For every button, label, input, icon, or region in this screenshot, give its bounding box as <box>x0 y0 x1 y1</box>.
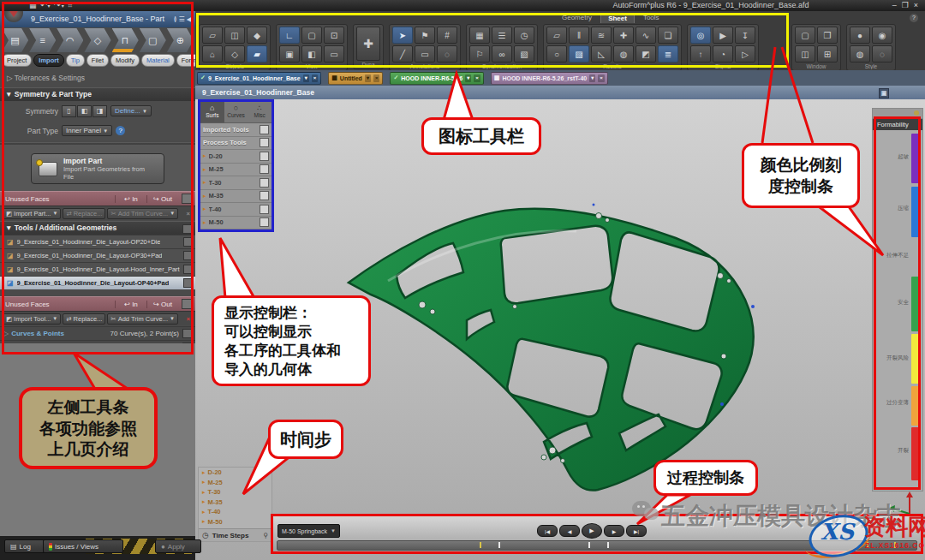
display-item-checkbox[interactable] <box>260 138 269 147</box>
display-item-checkbox[interactable] <box>260 164 269 174</box>
thickness-icon[interactable]: ‖ <box>569 27 589 44</box>
movie-icon[interactable]: ▭ <box>324 45 344 63</box>
play-analysis-icon[interactable]: ▶ <box>713 27 733 44</box>
sync-camera-icon[interactable]: ▦ <box>469 27 490 44</box>
row-menu-icon[interactable] <box>183 251 193 260</box>
redo-caret-icon[interactable]: ▾ <box>62 3 65 9</box>
define-button[interactable]: Define... ▼ <box>110 105 152 116</box>
section-tools[interactable]: ▼ Tools / Additional Geometries <box>0 221 195 235</box>
faces-in-button[interactable]: ↩ In <box>115 195 146 203</box>
tool-list-item-selected[interactable]: ◪9_Exercise_01_Hoodinner_Die_Layout-OP40… <box>0 276 195 289</box>
pill-material[interactable]: Material <box>141 54 175 67</box>
wave-icon[interactable]: ∿ <box>636 27 656 44</box>
section-result-icon[interactable]: ✚ <box>613 27 634 44</box>
zoom-fit-icon[interactable]: ⊡ <box>324 27 344 44</box>
row-menu-icon[interactable] <box>183 265 193 274</box>
pill-formchk[interactable]: Formchk <box>176 54 195 67</box>
pill-modify[interactable]: Modify <box>110 54 140 67</box>
window-cascade-icon[interactable]: ❐ <box>817 27 838 44</box>
faces-checkbox[interactable] <box>182 299 192 309</box>
display-item-checkbox[interactable] <box>260 191 269 200</box>
value-tag-icon[interactable]: # <box>437 27 457 44</box>
workflow-surface-step[interactable]: ◇ <box>84 28 110 52</box>
replace-button[interactable]: ⇄Replace... <box>63 313 105 325</box>
document-tab-orange[interactable]: ▦Untitled▾× <box>328 72 383 85</box>
coordinate-system-icon[interactable]: ∟ <box>279 27 300 44</box>
time-step-item[interactable]: ▸T-40 <box>199 507 272 517</box>
curves-points-row[interactable]: ▷Curves & Points 70 Curve(s), 2 Point(s) <box>0 326 195 340</box>
workflow-plan-step[interactable]: ≡ <box>29 28 56 52</box>
measure-icon[interactable]: ╱ <box>392 45 413 63</box>
binder-icon[interactable]: ◫ <box>224 27 245 44</box>
document-tab-blue[interactable]: ✓9_Exercise_01_Hoodinner_Base▾× <box>197 72 321 85</box>
faces-checkbox[interactable] <box>182 194 192 204</box>
spotlight-icon[interactable]: ⚑ <box>415 27 435 44</box>
step-back-button[interactable]: ◀ <box>559 525 580 537</box>
pick-arrow-icon[interactable]: ➤ <box>392 27 413 44</box>
document-tab-green[interactable]: ✓HOOD INNER-R6-5.26▾× <box>390 72 483 85</box>
display-item-imported-tools[interactable]: Imported Tools <box>200 123 272 137</box>
window-split-icon[interactable]: ◫ <box>795 45 815 63</box>
surface-icon[interactable]: ◇ <box>224 45 245 63</box>
min-max-icon[interactable]: ↧ <box>735 27 755 44</box>
display-item-process-tools[interactable]: Process Tools <box>200 137 272 151</box>
display-item-m-25[interactable]: ▸M-25 <box>200 164 272 177</box>
display-item-t-30[interactable]: ▸T-30 <box>200 176 272 190</box>
compare-icon[interactable]: ▷ <box>735 45 755 63</box>
time-step-item[interactable]: ▸T-30 <box>199 487 272 497</box>
workflow-fillet-step[interactable]: ◠ <box>57 28 83 52</box>
formability-grip[interactable] <box>873 109 922 119</box>
display-item-checkbox[interactable] <box>260 152 269 161</box>
display-tab-surfs[interactable]: ⌂Surfs <box>200 102 224 122</box>
time-step-item[interactable]: ▸M-35 <box>199 497 272 508</box>
tab-caret-icon[interactable]: ▾ <box>365 74 371 82</box>
symmetry-half-left-button[interactable]: ◧ <box>77 105 92 117</box>
tool-list-item[interactable]: ◪9_Exercise_01_Hoodinner_Die_Layout-OP30… <box>0 248 195 262</box>
sync-flag-icon[interactable]: ⚐ <box>469 45 490 63</box>
display-tab-curves[interactable]: ○Curves <box>224 102 248 122</box>
springback-map-icon[interactable]: ◩ <box>636 45 656 63</box>
row-menu-icon[interactable] <box>183 237 193 247</box>
ribbon-tab-tools[interactable]: Tools <box>636 13 666 23</box>
tool-list-item[interactable]: ◪9_Exercise_01_Hoodinner_Die_Layout-OP20… <box>0 235 195 248</box>
workflow-part-step[interactable]: ▤ <box>2 28 28 52</box>
display-item-m-35[interactable]: ▸M-35 <box>200 190 272 204</box>
time-clock-icon[interactable]: ◔ <box>713 45 733 63</box>
apply-button[interactable]: ●Apply <box>155 539 201 553</box>
display-item-t-40[interactable]: ▸T-40 <box>200 203 272 217</box>
list-icon[interactable]: ☰ <box>178 15 184 23</box>
save-icon[interactable]: ▦ <box>29 1 38 9</box>
view-cube-icon[interactable]: ▣ <box>279 45 300 63</box>
capture-icon[interactable]: ⌗ <box>68 1 73 9</box>
add-trim-curve-button[interactable]: ✂Add Trim Curve...▼ <box>107 208 178 219</box>
undo-caret-icon[interactable]: ▾ <box>48 3 51 9</box>
style-outline-icon[interactable]: ◌ <box>872 45 892 63</box>
play-button[interactable]: ▶ <box>582 523 602 539</box>
display-item-m-50[interactable]: ▸M-50 <box>200 217 272 230</box>
viewport-menu-icon[interactable]: ▣ <box>879 88 889 98</box>
tab-close-icon[interactable]: × <box>598 74 605 82</box>
help-icon[interactable]: ? <box>910 14 918 22</box>
flc-diagram-icon[interactable]: ▨ <box>569 45 589 63</box>
marker-icon[interactable]: ◍ <box>613 45 634 63</box>
pill-import[interactable]: Import <box>33 54 63 67</box>
pill-filet[interactable]: Filet <box>87 54 109 67</box>
label-note-icon[interactable]: ▭ <box>415 45 435 63</box>
time-step-item[interactable]: ▸M-50 <box>199 517 272 527</box>
redo-icon[interactable]: ↷ <box>54 1 62 9</box>
part-surface-icon[interactable]: ◆ <box>247 27 267 44</box>
link-icon[interactable]: ∞ <box>492 45 512 63</box>
time-step-item[interactable]: ▸M-25 <box>199 478 272 488</box>
style-globe-icon[interactable]: ◍ <box>850 45 870 63</box>
time-step-item[interactable]: ▸D-20 <box>199 468 272 478</box>
pill-tip[interactable]: Tip <box>66 54 85 67</box>
style-sphere-icon[interactable]: ◉ <box>872 27 892 44</box>
step-forward-button[interactable]: ▶ <box>604 525 624 537</box>
result-surface-icon[interactable]: ▱ <box>546 27 567 44</box>
sync-state-icon[interactable]: ▧ <box>514 45 534 63</box>
section-symmetry[interactable]: ▼ Symmetry & Part Type <box>0 87 195 101</box>
section-tolerances[interactable]: ▷ Tolerances & Settings <box>0 72 195 85</box>
thermometer-icon[interactable]: ≬ <box>173 15 176 23</box>
window-grid-icon[interactable]: ⊞ <box>817 45 838 63</box>
dynamic-view-icon[interactable]: ✚ <box>356 27 380 61</box>
